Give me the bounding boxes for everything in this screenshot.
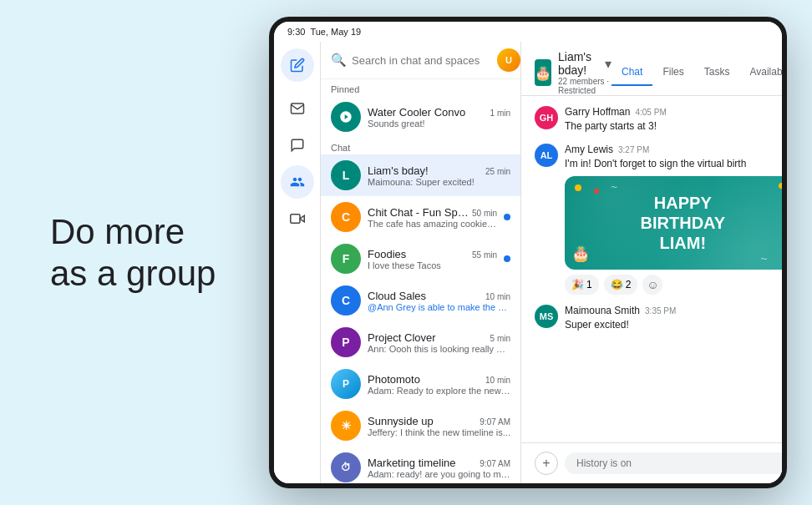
tab-files[interactable]: Files xyxy=(652,59,693,86)
chat-list: L Liam's bday! 25 min Maimouna: Super ex… xyxy=(321,154,520,483)
chat-name: Photomoto xyxy=(368,373,420,386)
message-header: Garry Hoffman 4:05 PM xyxy=(565,106,782,118)
chat-time: 50 min xyxy=(472,209,497,218)
nav-sidebar xyxy=(274,42,321,483)
tab-available[interactable]: Availab... xyxy=(739,59,782,86)
chat-time: 9:07 AM xyxy=(480,417,510,427)
list-item[interactable]: L Liam's bday! 25 min Maimouna: Super ex… xyxy=(321,154,520,196)
chat-name: Sunnyside up xyxy=(368,415,434,427)
add-attachment-button[interactable]: + xyxy=(535,452,558,475)
group-avatar: 🎂 xyxy=(535,59,551,86)
list-item[interactable]: C Cloud Sales 10 min @Ann Grey is able t… xyxy=(321,280,520,321)
nav-chat-icon[interactable] xyxy=(281,129,314,162)
chat-preview: Jeffery: I think the new timeline is... xyxy=(368,427,510,437)
unread-indicator xyxy=(504,255,510,262)
reaction-count: 2 xyxy=(626,279,632,290)
chat-time: 5 min xyxy=(490,334,510,343)
chat-name: Cloud Sales xyxy=(368,290,426,302)
chat-time: 10 min xyxy=(485,376,510,385)
group-meta: 22 members · Restricted xyxy=(558,77,612,95)
group-info: Liam's bday! ▾ 22 members · Restricted xyxy=(558,50,612,95)
birthday-text: HAPPY BIRTHDAY LIAM! xyxy=(581,193,782,253)
chat-name: Project Clover xyxy=(368,331,436,344)
chat-name: Chit Chat - Fun Space xyxy=(368,206,469,219)
chat-preview: Sounds great! xyxy=(368,119,510,129)
message-avatar: GH xyxy=(535,106,558,129)
reaction-count: 1 xyxy=(586,279,592,290)
svg-rect-1 xyxy=(290,215,299,224)
reaction-emoji: 😂 xyxy=(611,279,623,290)
chat-time: 10 min xyxy=(485,292,510,301)
chat-avatar: P xyxy=(331,327,361,357)
chat-preview: Maimouna: Super excited! xyxy=(368,177,510,187)
message-row: MS Maimouna Smith 3:35 PM Super excited! xyxy=(535,305,782,332)
nav-video-icon[interactable] xyxy=(281,202,314,235)
list-item[interactable]: ⏱ Marketing timeline 9:07 AM Adam: ready… xyxy=(321,447,520,483)
chat-info: Sunnyside up 9:07 AM Jeffery: I think th… xyxy=(368,415,510,437)
chat-input[interactable] xyxy=(565,452,782,474)
chat-info: Foodies 55 min I love these Tacos xyxy=(368,248,497,270)
message-avatar: MS xyxy=(535,305,558,328)
input-area: + xyxy=(521,442,782,483)
list-item[interactable]: P Project Clover 5 min Ann: Oooh this is… xyxy=(321,321,520,363)
app-container: 9:30 Tue, May 19 xyxy=(274,22,782,483)
message-sender: Amy Lewis xyxy=(565,144,613,155)
chat-time: 55 min xyxy=(472,250,497,260)
reaction-laugh[interactable]: 😂 2 xyxy=(604,275,638,295)
user-avatar[interactable]: U xyxy=(497,48,520,72)
hero-text-container: Do more as a group xyxy=(50,210,216,295)
status-date: Tue, May 19 xyxy=(310,27,361,37)
app-layout: 🔍 U Pinned Water Cooler Convo xyxy=(274,42,782,483)
reaction-party[interactable]: 🎉 1 xyxy=(565,275,599,295)
chat-info: Marketing timeline 9:07 AM Adam: ready! … xyxy=(368,457,510,479)
list-item[interactable]: ☀ Sunnyside up 9:07 AM Jeffery: I think … xyxy=(321,405,520,447)
chat-header-info: 🎂 Liam's bday! ▾ 22 members · Restricted xyxy=(535,50,612,95)
status-time: 9:30 xyxy=(287,27,305,37)
tab-chat[interactable]: Chat xyxy=(612,59,652,86)
nav-groups-icon[interactable] xyxy=(281,165,314,199)
chat-time: 25 min xyxy=(485,167,510,176)
search-icon: 🔍 xyxy=(331,53,347,68)
search-input[interactable] xyxy=(352,54,492,67)
chat-preview: The cafe has amazing cookies today ... xyxy=(368,219,497,229)
dropdown-icon[interactable]: ▾ xyxy=(605,56,612,72)
chat-avatar: P xyxy=(331,369,361,399)
list-item[interactable]: C Chit Chat - Fun Space 50 min The cafe … xyxy=(321,196,520,238)
nav-mail-icon[interactable] xyxy=(281,92,314,125)
message-content: Amy Lewis 3:27 PM I'm in! Don't forget t… xyxy=(565,144,782,295)
chat-name: Marketing timeline xyxy=(368,457,456,469)
device-frame: 9:30 Tue, May 19 xyxy=(269,17,787,488)
svg-marker-0 xyxy=(300,215,304,222)
list-item[interactable]: Water Cooler Convo 1 min Sounds great! xyxy=(321,96,520,138)
message-sender: Maimouna Smith xyxy=(565,305,640,316)
chat-avatar: F xyxy=(331,244,361,274)
message-text: The party starts at 3! xyxy=(565,119,782,134)
chat-avatar: ☀ xyxy=(331,411,361,441)
reactions-row: 🎉 1 😂 2 ☺ xyxy=(565,275,782,295)
chat-time: 1 min xyxy=(490,109,510,118)
chat-time: 9:07 AM xyxy=(480,459,510,468)
message-header: Maimouna Smith 3:35 PM xyxy=(565,305,782,316)
chat-preview: Ann: Oooh this is looking really good... xyxy=(368,344,510,354)
tab-tasks[interactable]: Tasks xyxy=(694,59,740,86)
chat-preview: Adam: ready! are you going to ma... xyxy=(368,469,510,479)
chat-area: 🎂 Liam's bday! ▾ 22 members · Restricted… xyxy=(521,42,782,483)
chat-name: Water Cooler Convo xyxy=(368,106,465,119)
chat-label: Chat xyxy=(321,138,520,154)
chat-name: Foodies xyxy=(368,248,406,260)
message-row: GH Garry Hoffman 4:05 PM The party start… xyxy=(535,106,782,134)
chat-info: Cloud Sales 10 min @Ann Grey is able to … xyxy=(368,290,510,312)
reaction-emoji: 🎉 xyxy=(571,279,584,290)
list-item[interactable]: P Photomoto 10 min Adam: Ready to explor… xyxy=(321,363,520,405)
message-time: 3:27 PM xyxy=(618,145,649,154)
chat-info: Liam's bday! 25 min Maimouna: Super exci… xyxy=(368,164,510,187)
message-avatar: AL xyxy=(535,144,558,167)
add-reaction-button[interactable]: ☺ xyxy=(642,275,662,295)
chat-info: Photomoto 10 min Adam: Ready to explore … xyxy=(368,373,510,396)
chat-preview: I love these Tacos xyxy=(368,260,497,270)
message-text: Super excited! xyxy=(565,318,782,332)
pinned-label: Pinned xyxy=(321,79,520,96)
compose-button[interactable] xyxy=(281,48,314,82)
list-item[interactable]: F Foodies 55 min I love these Tacos xyxy=(321,238,520,280)
chat-avatar xyxy=(331,102,361,132)
